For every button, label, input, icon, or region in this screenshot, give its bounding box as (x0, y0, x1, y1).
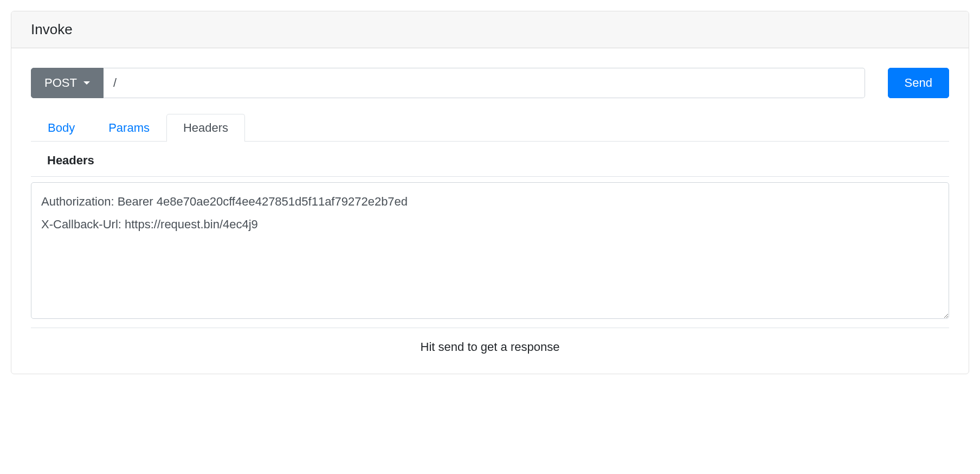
caret-down-icon (83, 81, 90, 85)
response-placeholder: Hit send to get a response (31, 340, 949, 354)
divider (31, 328, 949, 328)
http-method-dropdown[interactable]: POST (31, 68, 104, 98)
headers-textarea[interactable] (31, 182, 949, 319)
send-button[interactable]: Send (888, 68, 949, 98)
headers-section-title: Headers (31, 148, 949, 177)
invoke-panel: Invoke POST Send Body Params Headers Hea… (11, 11, 969, 374)
panel-body: POST Send Body Params Headers Headers Hi… (11, 48, 969, 374)
request-row: POST Send (31, 68, 949, 98)
panel-title: Invoke (11, 11, 969, 48)
tab-params[interactable]: Params (92, 114, 166, 142)
tab-body[interactable]: Body (31, 114, 92, 142)
tab-headers[interactable]: Headers (166, 114, 245, 142)
http-method-label: POST (44, 76, 77, 90)
tabs: Body Params Headers (31, 113, 949, 142)
url-input[interactable] (104, 68, 865, 98)
